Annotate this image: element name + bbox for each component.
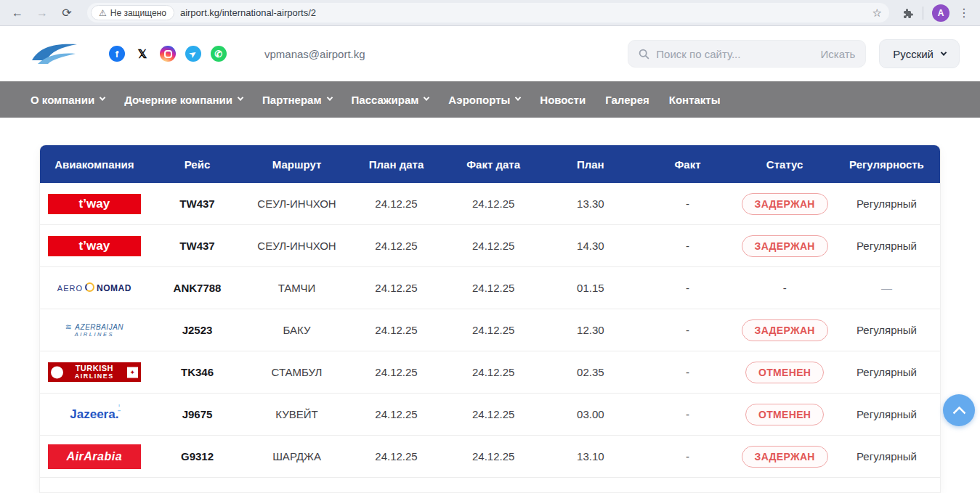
airline-logo-airarabia: AirArabia bbox=[48, 444, 141, 469]
status-cell: - bbox=[736, 282, 833, 294]
route: БАКУ bbox=[246, 324, 347, 336]
plan-date: 24.12.25 bbox=[348, 240, 445, 252]
fact-date: 24.12.25 bbox=[445, 240, 542, 252]
fact-date: 24.12.25 bbox=[445, 408, 542, 420]
warning-icon: ⚠ bbox=[99, 9, 107, 17]
table-row: t’wayTW437СЕУЛ-ИНЧХОН24.12.2524.12.2513.… bbox=[40, 183, 940, 225]
nav-item-contacts[interactable]: Контакты bbox=[669, 94, 721, 106]
nav-item-label: Контакты bbox=[669, 94, 721, 106]
security-chip[interactable]: ⚠ Не защищено bbox=[91, 5, 174, 20]
fact-date: 24.12.25 bbox=[445, 282, 542, 294]
forward-icon[interactable]: → bbox=[32, 3, 52, 23]
facebook-icon[interactable]: f bbox=[109, 46, 125, 62]
airline-logo-text: AIRLINES bbox=[75, 332, 114, 338]
airline-logo-aeronomad: AERONOMAD bbox=[57, 282, 131, 293]
flight-number: TW437 bbox=[149, 240, 246, 252]
airline-logo-text: t’way bbox=[79, 197, 110, 211]
fact-time: - bbox=[639, 240, 737, 252]
airline-cell: AERONOMAD bbox=[40, 282, 149, 293]
plan-time: 03.00 bbox=[542, 408, 639, 420]
nav-item-airports[interactable]: Аэропорты bbox=[448, 94, 520, 106]
chevron-down-icon bbox=[326, 94, 332, 100]
chevron-down-icon bbox=[100, 94, 105, 100]
airline-cell: Jazeera. bbox=[40, 407, 149, 422]
contact-email[interactable]: vpmanas@airport.kg bbox=[264, 48, 365, 60]
regularity: Регулярный bbox=[833, 408, 940, 420]
instagram-icon[interactable] bbox=[160, 46, 176, 62]
airline-logo-text: NOMAD bbox=[85, 282, 131, 293]
chevron-down-icon bbox=[515, 94, 521, 100]
page-content: АвиакомпанияРейсМаршрутПлан датаФакт дат… bbox=[0, 118, 980, 492]
telegram-icon[interactable]: ➤ bbox=[185, 46, 201, 62]
airport-logo[interactable] bbox=[29, 38, 81, 69]
search-submit-button[interactable]: Искать bbox=[820, 48, 855, 60]
airline-logo-text: AZERBAIJAN bbox=[65, 322, 123, 332]
status-badge: ОТМЕНЕН bbox=[745, 362, 824, 383]
plan-date: 24.12.25 bbox=[348, 408, 445, 420]
status-cell: ОТМЕНЕН bbox=[736, 404, 833, 425]
flight-number: G9312 bbox=[149, 450, 246, 463]
fact-time: - bbox=[639, 366, 737, 378]
airline-logo-turkish: TURKISHAIRLINES bbox=[48, 362, 141, 382]
airline-cell: t’way bbox=[40, 236, 149, 256]
col-header-7: Статус bbox=[736, 158, 833, 171]
status-cell: ОТМЕНЕН bbox=[736, 362, 833, 383]
site-header: f 𝕏 ➤ ✆ vpmanas@airport.kg Искать Русски… bbox=[0, 26, 980, 81]
table-row: TURKISHAIRLINESTK346СТАМБУЛ24.12.2524.12… bbox=[40, 351, 940, 394]
bookmark-star-icon[interactable]: ☆ bbox=[872, 7, 882, 20]
plan-time: 01.15 bbox=[542, 282, 639, 294]
nav-item-partners[interactable]: Партнерам bbox=[262, 94, 331, 106]
status-cell: ЗАДЕРЖАН bbox=[736, 319, 833, 341]
url-text: airport.kg/international-airports/2 bbox=[180, 7, 867, 18]
airline-cell: AirArabia bbox=[40, 444, 149, 469]
plan-time: 14.30 bbox=[542, 240, 639, 252]
regularity: Регулярный bbox=[833, 240, 940, 252]
divider bbox=[923, 7, 923, 20]
status-badge: ЗАДЕРЖАН bbox=[742, 319, 828, 341]
regularity: — bbox=[833, 282, 940, 294]
whatsapp-icon[interactable]: ✆ bbox=[211, 46, 227, 62]
airline-logo-azal: AZERBAIJANAIRLINES bbox=[65, 322, 123, 338]
plan-time: 02.35 bbox=[542, 366, 639, 378]
table-body: t’wayTW437СЕУЛ-ИНЧХОН24.12.2524.12.2513.… bbox=[40, 183, 940, 478]
browser-menu-icon[interactable]: ⋮ bbox=[958, 6, 970, 20]
nav-item-gallery[interactable]: Галерея bbox=[605, 94, 649, 106]
col-header-4: Факт дата bbox=[445, 158, 542, 171]
plan-date: 24.12.25 bbox=[348, 450, 445, 463]
flight-number: TK346 bbox=[149, 366, 246, 378]
nav-item-news[interactable]: Новости bbox=[540, 94, 586, 106]
col-header-2: Маршрут bbox=[246, 158, 347, 171]
col-header-5: План bbox=[542, 158, 639, 171]
search-input[interactable] bbox=[656, 48, 814, 60]
table-row: AERONOMADANK7788ТАМЧИ24.12.2524.12.2501.… bbox=[40, 267, 940, 309]
back-icon[interactable]: ← bbox=[7, 3, 28, 23]
nav-item-label: О компании bbox=[31, 94, 94, 106]
site-search: Искать bbox=[628, 40, 866, 68]
main-navigation: О компанииДочерние компанииПартнерамПасс… bbox=[0, 81, 980, 118]
nav-item-passengers[interactable]: Пассажирам bbox=[352, 94, 429, 106]
route: ШАРДЖА bbox=[246, 450, 347, 463]
airline-cell: t’way bbox=[40, 194, 149, 214]
flight-number: TW437 bbox=[149, 197, 246, 210]
fact-date: 24.12.25 bbox=[445, 366, 542, 378]
flight-number: J2523 bbox=[149, 324, 246, 336]
airline-logo-text: AirArabia bbox=[67, 450, 123, 463]
table-row: t’wayTW437СЕУЛ-ИНЧХОН24.12.2524.12.2514.… bbox=[40, 225, 940, 267]
nav-item-about[interactable]: О компании bbox=[31, 94, 105, 106]
x-twitter-icon[interactable]: 𝕏 bbox=[134, 46, 150, 62]
scroll-to-top-button[interactable] bbox=[943, 394, 975, 426]
language-selector[interactable]: Русский bbox=[879, 39, 960, 68]
col-header-6: Факт bbox=[639, 158, 737, 171]
airline-logo-text: t’way bbox=[79, 239, 110, 253]
reload-icon[interactable]: ⟳ bbox=[57, 3, 77, 23]
nav-item-subsidiaries[interactable]: Дочерние компании bbox=[124, 94, 243, 106]
table-row: Jazeera.J9675КУВЕЙТ24.12.2524.12.2503.00… bbox=[40, 394, 940, 436]
arrow-up-icon bbox=[952, 406, 965, 419]
extensions-icon[interactable] bbox=[902, 7, 914, 19]
airline-cell: AZERBAIJANAIRLINES bbox=[40, 322, 149, 338]
search-icon bbox=[639, 49, 649, 60]
fact-time: - bbox=[639, 408, 737, 420]
profile-avatar[interactable]: A bbox=[932, 4, 949, 22]
address-bar[interactable]: ⚠ Не защищено airport.kg/international-a… bbox=[87, 3, 889, 23]
chevron-down-icon bbox=[941, 49, 947, 55]
